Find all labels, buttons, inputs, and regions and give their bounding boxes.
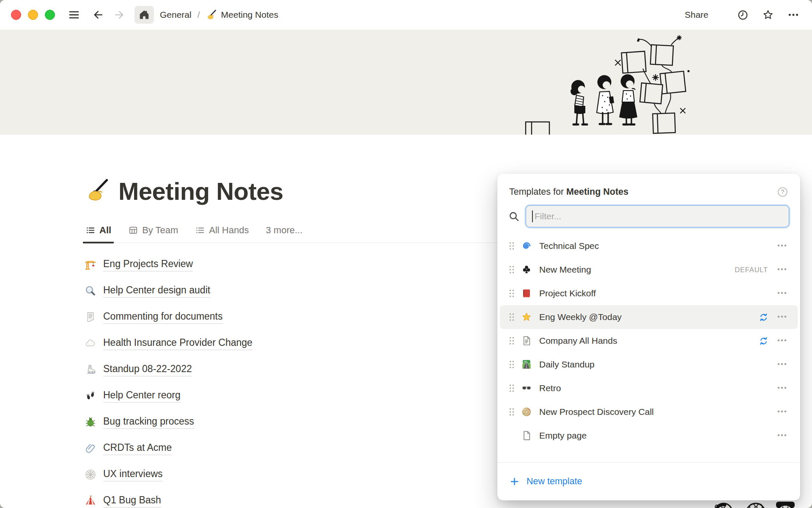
minimize-window-button[interactable] [28,10,38,20]
forward-icon[interactable] [113,9,125,21]
drag-handle-icon[interactable] [508,407,515,417]
drag-handle-icon[interactable] [508,336,515,346]
breadcrumb-root[interactable]: General [160,10,192,20]
templates-popup: Templates forMeeting Notes Technical Spe… [497,174,800,500]
club-suit-icon [521,264,532,275]
tab-by-team[interactable]: By Team [127,225,179,243]
breadcrumb-page[interactable]: Meeting Notes [221,10,278,20]
magnifying-glass-icon [85,285,96,297]
empty-page-icon [521,430,532,441]
page-facing-up-icon [521,335,532,346]
template-more-icon[interactable] [776,335,787,347]
recurring-repeat-icon [758,312,769,323]
closed-red-book-icon [521,288,532,299]
updates-clock-icon[interactable] [737,9,749,21]
page-title[interactable]: Meeting Notes [118,177,283,205]
drag-handle-icon[interactable] [508,359,515,370]
plus-icon [509,476,520,487]
template-row-daily-standup[interactable]: Daily Standup [500,353,798,376]
tab-all-hands[interactable]: All Hands [194,225,250,243]
zoom-window-button[interactable] [45,10,55,20]
template-row-retro[interactable]: Retro [500,376,798,400]
drag-handle-icon[interactable] [508,265,515,275]
template-more-icon[interactable] [776,287,787,300]
template-more-icon[interactable] [776,382,787,395]
notion-window: General / Meeting Notes Share [0,0,812,508]
window-toolbar: General / Meeting Notes Share [0,0,812,30]
cloud-icon [85,337,96,349]
building-crane-icon [85,259,96,271]
template-more-icon[interactable] [776,264,787,276]
template-more-icon[interactable] [776,406,787,418]
list-view-icon [195,225,205,235]
help-icon[interactable] [777,186,788,198]
recurring-repeat-icon [758,336,769,346]
template-row-empty-page[interactable]: Empty page [500,424,798,447]
new-template-button[interactable]: New template [509,476,582,487]
favorite-star-icon[interactable] [762,9,774,21]
traffic-lights [11,10,55,20]
spider-web-icon [85,469,96,480]
paperclip-icon [85,442,96,454]
sidebar-menu-icon[interactable] [68,8,80,21]
template-more-icon[interactable] [776,240,787,252]
drag-handle-icon[interactable] [508,241,515,251]
back-icon[interactable] [92,9,104,21]
default-badge: DEFAULT [735,266,768,274]
template-row-company-all-hands[interactable]: Company All Hands [500,329,798,353]
tab-all[interactable]: All [85,225,112,243]
table-view-icon [128,225,138,235]
partial-illustration [700,501,806,508]
template-row-project-kickoff[interactable]: Project Kickoff [500,282,798,305]
text-caret [532,210,533,222]
writing-hand-icon[interactable] [85,178,110,205]
cover-illustration [518,30,700,135]
writing-hand-icon [206,9,217,20]
home-icon[interactable] [134,6,154,24]
breadcrumb-separator: / [198,10,200,20]
template-row-new-prospect-discovery-call[interactable]: New Prospect Discovery Call [500,400,798,424]
star-icon [521,312,532,323]
template-list: Technical Spec New Meeting DEFAULT Proje… [497,234,800,447]
search-icon [508,211,520,222]
share-button[interactable]: Share [685,10,708,20]
breadcrumb: General / Meeting Notes [160,9,278,20]
template-row-new-meeting[interactable]: New Meeting DEFAULT [500,258,798,282]
sunglasses-icon [521,383,532,394]
template-more-icon[interactable] [776,359,787,371]
more-options-icon[interactable] [787,9,799,21]
ice-skate-icon [85,364,96,375]
dvd-icon [521,406,532,417]
templates-popup-title: Templates forMeeting Notes [509,187,628,197]
template-filter-input[interactable] [526,205,789,227]
circus-tent-icon [85,495,96,507]
drag-handle-icon[interactable] [508,288,515,298]
tab-more-views[interactable]: 3 more... [265,225,303,243]
drag-handle-icon[interactable] [508,383,515,393]
template-row-eng-weekly[interactable]: Eng Weekly @Today [500,305,798,329]
templates-popup-footer: New template [497,462,800,500]
list-view-icon [85,225,96,235]
motorway-icon [521,359,532,370]
close-window-button[interactable] [11,10,21,20]
cyclone-icon [521,240,532,251]
templates-popup-header: Templates forMeeting Notes [497,174,800,204]
template-filter-row [497,204,800,229]
footprints-icon [85,390,96,402]
page-with-curl-icon [85,311,96,323]
template-row-technical-spec[interactable]: Technical Spec [500,234,798,258]
template-more-icon[interactable] [776,311,787,323]
drag-handle-icon[interactable] [508,312,515,322]
beetle-icon [85,416,96,428]
page-cover [0,30,812,135]
template-more-icon[interactable] [776,430,787,442]
